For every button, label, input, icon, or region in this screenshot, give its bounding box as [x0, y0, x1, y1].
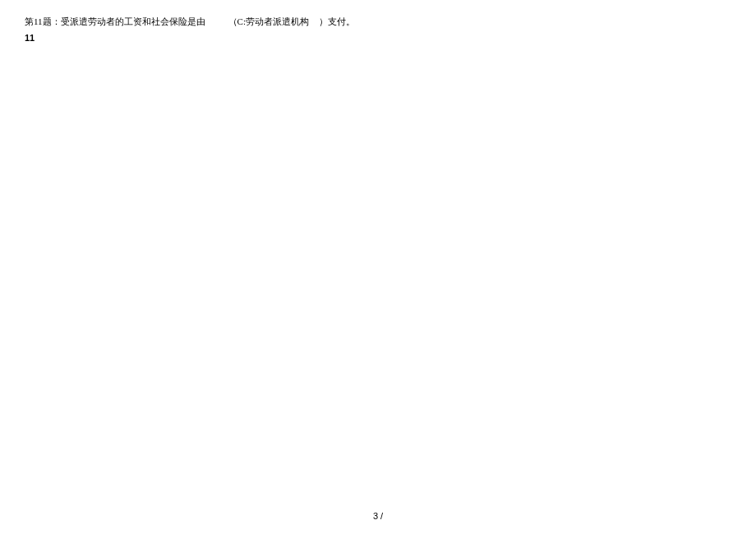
answer-close: ）: [319, 16, 328, 26]
line-number: 11: [25, 33, 731, 43]
answer-open: （C:劳动者派遣机构: [228, 16, 309, 26]
question-text: 受派遣劳动者的工资和社会保险是由: [61, 16, 205, 26]
question-suffix: 支付。: [328, 16, 355, 26]
document-content: 第11题：受派遣劳动者的工资和社会保险是由（C:劳动者派遣机构）支付。 11: [0, 0, 756, 58]
question-label: 第11题：: [25, 16, 61, 26]
page-number: 3 /: [373, 511, 383, 521]
question-line: 第11题：受派遣劳动者的工资和社会保险是由（C:劳动者派遣机构）支付。: [25, 15, 731, 30]
